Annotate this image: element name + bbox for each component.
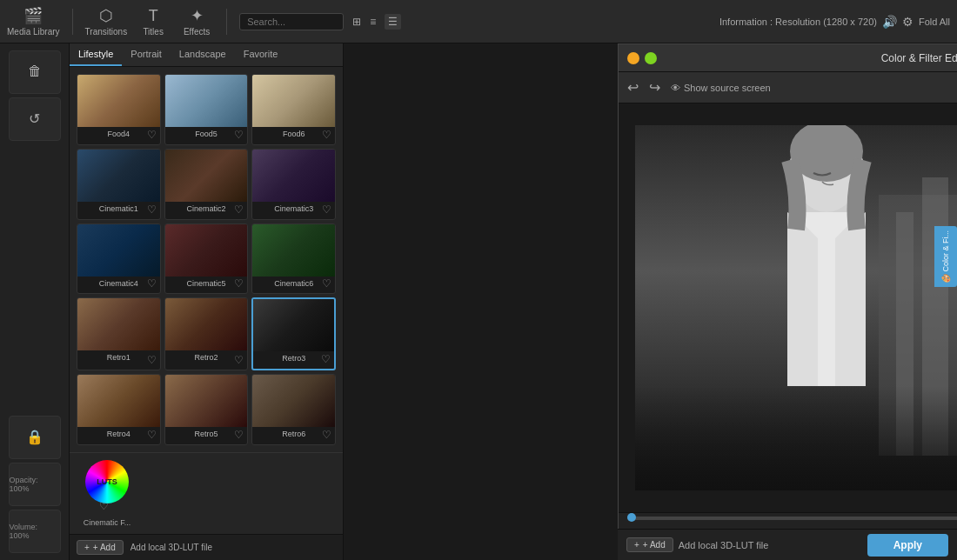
- filter-food6[interactable]: Food6 ♡: [251, 74, 336, 145]
- titles-icon: T: [149, 7, 158, 25]
- fold-all-btn[interactable]: Fold All: [919, 17, 950, 27]
- fav-food5-icon[interactable]: ♡: [234, 129, 244, 141]
- sidebar-delete-btn[interactable]: 🗑: [9, 50, 61, 94]
- cfe-preview: [619, 103, 957, 512]
- add-button[interactable]: + + Add: [77, 540, 124, 555]
- list-view-icon[interactable]: ≡: [370, 16, 376, 28]
- fav-cin2-icon[interactable]: ♡: [234, 203, 244, 216]
- info-resolution: Information : Resolution (1280 x 720): [719, 17, 877, 27]
- fav-ret3-icon[interactable]: ♡: [321, 353, 331, 365]
- refresh-icon: ↺: [29, 110, 40, 127]
- cfe-dialog: Color & Filter Editor ↩ ↪ 👁 Show source …: [618, 43, 957, 557]
- tab-portrait[interactable]: Portrait: [122, 43, 170, 66]
- filter-cin3-thumb: [252, 150, 335, 202]
- filter-ret5-thumb: [165, 375, 248, 427]
- add-lut-label: Add local 3D-LUT file: [130, 543, 212, 552]
- toolbar-sep-1: [72, 9, 73, 35]
- fav-food4-icon[interactable]: ♡: [147, 129, 157, 141]
- maximize-btn[interactable]: [645, 52, 657, 64]
- sidebar-volume-btn[interactable]: Volume: 100%: [9, 510, 61, 553]
- add-button-label: + Add: [643, 540, 666, 550]
- fav-food6-icon[interactable]: ♡: [322, 129, 331, 141]
- toolbar-media-library[interactable]: 🎬 Media Library: [7, 6, 60, 37]
- filter-ret2-thumb: [165, 298, 248, 350]
- tab-lifestyle[interactable]: Lifestyle: [70, 43, 122, 66]
- add-lut-area: + + Add Add local 3D-LUT file: [626, 537, 867, 552]
- fav-ret6-icon[interactable]: ♡: [322, 429, 331, 441]
- redo-btn[interactable]: ↪: [649, 79, 660, 96]
- cfe-titlebar: Color & Filter Editor: [619, 44, 957, 72]
- tab-favorite[interactable]: Favorite: [235, 43, 287, 66]
- transitions-label: Transitions: [85, 27, 128, 37]
- main-area: 🗑 ↺ 🔒 Opacity: 100% Volume: 100% Lifesty…: [0, 43, 957, 560]
- filter-ret1-thumb: [77, 298, 160, 350]
- toolbar-right: Information : Resolution (1280 x 720) 🔊 …: [719, 15, 950, 29]
- search-input[interactable]: [239, 13, 344, 30]
- filter-ret2[interactable]: Retro2 ♡: [164, 297, 249, 370]
- filter-cin4-thumb: [77, 224, 160, 277]
- filter-food4-thumb: [77, 75, 160, 127]
- layout-icon[interactable]: ☰: [385, 14, 401, 30]
- left-sidebar: 🗑 ↺ 🔒 Opacity: 100% Volume: 100%: [0, 43, 70, 560]
- filter-ret5[interactable]: Retro5 ♡: [164, 374, 249, 445]
- filter-cin3[interactable]: Cinematic3 ♡: [251, 149, 336, 220]
- filter-cin4[interactable]: Cinematic4 ♡: [77, 223, 161, 295]
- filter-cin5[interactable]: Cinematic5 ♡: [164, 223, 249, 295]
- filter-food5[interactable]: Food5 ♡: [164, 74, 249, 145]
- add-plus-icon: +: [84, 543, 90, 552]
- effects-label: Effects: [184, 27, 210, 37]
- minimize-btn[interactable]: [627, 52, 639, 64]
- sidebar-refresh-btn[interactable]: ↺: [9, 97, 61, 141]
- fav-cin4-icon[interactable]: ♡: [147, 277, 157, 290]
- toolbar-transitions[interactable]: ⬡ Transitions: [85, 6, 128, 37]
- filter-ret3[interactable]: Retro3 ♡: [251, 297, 336, 370]
- add-lut-button[interactable]: + + Add: [626, 537, 673, 552]
- color-filter-tab[interactable]: 🎨 Color & Fi...: [934, 226, 957, 287]
- fav-cin3-icon[interactable]: ♡: [322, 203, 331, 216]
- add-plus-icon-2: +: [634, 540, 639, 550]
- undo-btn[interactable]: ↩: [627, 79, 639, 96]
- fav-ret2-icon[interactable]: ♡: [234, 354, 244, 366]
- apply-bar: + + Add Add local 3D-LUT file Apply: [618, 529, 957, 560]
- fav-cin1-icon[interactable]: ♡: [147, 203, 157, 216]
- toolbar-titles[interactable]: T Titles: [136, 7, 171, 37]
- sidebar-lock-btn[interactable]: 🔒: [9, 416, 61, 459]
- filter-ret1[interactable]: Retro1 ♡: [77, 297, 161, 370]
- filter-food4[interactable]: Food4 ♡: [77, 74, 161, 145]
- cfe-dialog-title: Color & Filter Editor: [657, 52, 957, 64]
- fav-ret4-icon[interactable]: ♡: [147, 429, 157, 441]
- filter-ret6[interactable]: Retro6 ♡: [251, 374, 336, 445]
- fav-cin6-icon[interactable]: ♡: [322, 277, 331, 290]
- main-content: Color & Filter Editor ↩ ↪ 👁 Show source …: [344, 43, 957, 560]
- delete-icon: 🗑: [28, 63, 42, 79]
- filter-cin1-thumb: [77, 150, 160, 202]
- filter-food6-thumb: [252, 75, 335, 127]
- media-library-icon: 🎬: [23, 6, 43, 25]
- svg-rect-9: [635, 386, 957, 490]
- filter-cin1[interactable]: Cinematic1 ♡: [77, 149, 161, 220]
- fav-ret5-icon[interactable]: ♡: [234, 429, 244, 441]
- filter-tabs: Lifestyle Portrait Landscape Favorite: [70, 43, 343, 67]
- fav-cin5-icon[interactable]: ♡: [234, 277, 244, 290]
- fav-luts-icon[interactable]: ♡: [99, 500, 109, 512]
- progress-dot[interactable]: [627, 513, 636, 522]
- filter-ret4[interactable]: Retro4 ♡: [77, 374, 161, 445]
- grid-view-icon[interactable]: ⊞: [352, 16, 361, 28]
- settings-icon[interactable]: ⚙: [902, 15, 914, 29]
- luts-item[interactable]: LUTS ♡ Cinematic F...: [77, 460, 137, 527]
- show-source-btn[interactable]: 👁 Show source screen: [671, 83, 771, 93]
- sidebar-opacity-btn[interactable]: Opacity: 100%: [9, 463, 61, 506]
- luts-section: LUTS ♡ Cinematic F...: [70, 452, 343, 534]
- filter-cin2-thumb: [165, 150, 248, 202]
- apply-button[interactable]: Apply: [867, 534, 948, 557]
- filter-cin2[interactable]: Cinematic2 ♡: [164, 149, 249, 220]
- filter-ret6-thumb: [252, 375, 335, 427]
- preview-image: [635, 125, 957, 490]
- transitions-icon: ⬡: [99, 6, 113, 25]
- filter-cin6[interactable]: Cinematic6 ♡: [251, 223, 336, 295]
- tab-landscape[interactable]: Landscape: [171, 43, 235, 66]
- fav-ret1-icon[interactable]: ♡: [147, 354, 157, 366]
- toolbar-effects[interactable]: ✦ Effects: [179, 6, 214, 37]
- progress-bar[interactable]: [627, 517, 957, 520]
- titles-label: Titles: [143, 27, 164, 37]
